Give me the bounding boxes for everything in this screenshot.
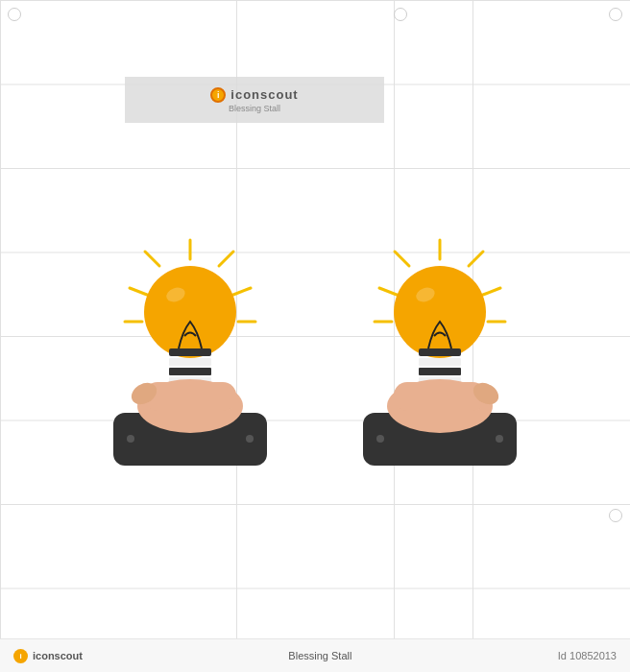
svg-point-7 (144, 266, 236, 358)
wm-circle-1 (8, 8, 21, 21)
svg-line-1 (219, 252, 233, 266)
left-hand-unit (94, 226, 286, 466)
svg-point-36 (496, 435, 503, 443)
wm-circle-4 (609, 509, 622, 522)
left-hand-bulb-svg (94, 226, 286, 466)
svg-rect-30 (419, 358, 461, 366)
svg-line-3 (233, 288, 251, 295)
svg-point-27 (394, 266, 486, 358)
watermark-logo: i iconscout (210, 87, 298, 103)
svg-line-23 (483, 288, 500, 295)
svg-line-24 (379, 288, 397, 295)
watermark-creator: Blessing Stall (229, 104, 280, 113)
right-hand-unit (344, 226, 536, 466)
svg-point-15 (127, 435, 134, 443)
svg-rect-9 (169, 348, 211, 356)
svg-point-35 (376, 435, 384, 443)
svg-line-22 (395, 252, 409, 266)
footer-brand-icon: i (13, 649, 28, 663)
svg-line-4 (130, 288, 147, 295)
svg-rect-38 (394, 382, 486, 411)
svg-rect-10 (169, 358, 211, 366)
main-container: i iconscout Blessing Stall (0, 0, 630, 672)
svg-rect-18 (144, 382, 236, 411)
wm-circle-3 (609, 8, 622, 21)
watermark-brand-icon: i (210, 87, 226, 103)
footer-left: i iconscout (13, 649, 83, 663)
wm-circle-2 (394, 8, 407, 21)
svg-point-16 (246, 435, 254, 443)
illustration-area (0, 149, 630, 542)
svg-rect-29 (419, 348, 461, 356)
svg-rect-11 (169, 368, 211, 375)
footer-creator-text: Blessing Stall (288, 650, 351, 661)
right-hand-bulb-svg (344, 226, 536, 466)
watermark-brand-text: iconscout (230, 87, 298, 102)
watermark-banner: i iconscout Blessing Stall (125, 77, 384, 123)
svg-line-2 (145, 252, 159, 266)
svg-line-21 (469, 252, 483, 266)
footer-id-text: Id 10852013 (558, 650, 617, 661)
svg-rect-31 (419, 368, 461, 375)
footer-brand-text: iconscout (33, 650, 83, 661)
footer: i iconscout Blessing Stall Id 10852013 (0, 638, 630, 672)
